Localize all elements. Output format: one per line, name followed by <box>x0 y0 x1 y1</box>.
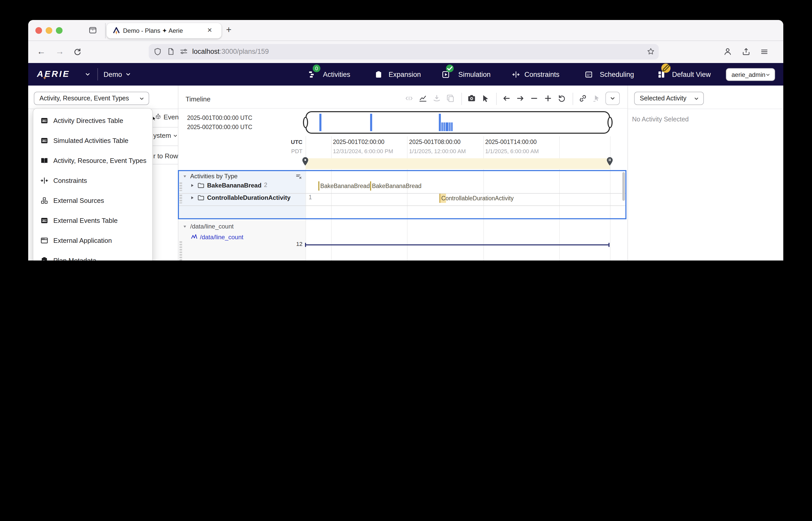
row-drag-handle[interactable] <box>179 241 182 260</box>
user-role-select[interactable]: aerie_admin <box>726 68 775 81</box>
timeline-scrollbar[interactable] <box>622 172 625 201</box>
menu-item-constraints[interactable]: Constraints <box>33 171 152 190</box>
row-drag-handle[interactable] <box>179 194 182 203</box>
nav-item-constraints[interactable]: Constraints <box>524 71 559 78</box>
account-icon[interactable] <box>723 47 732 56</box>
menu-item-label: Constraints <box>53 177 87 184</box>
tab-divider <box>105 23 106 39</box>
new-tab-icon[interactable]: + <box>226 25 232 35</box>
minimize-window-button[interactable] <box>46 27 52 34</box>
nav-item-activities[interactable]: Activities <box>323 71 350 78</box>
minus-icon[interactable] <box>530 94 538 103</box>
permissions-toggles-icon[interactable] <box>180 48 188 55</box>
timeline-header-divider <box>178 108 628 109</box>
chart-pen-icon[interactable] <box>419 94 427 103</box>
filter-clear-icon[interactable] <box>295 173 303 180</box>
forward-icon[interactable]: → <box>56 47 64 57</box>
minimap-right-handle[interactable] <box>608 117 613 128</box>
menu-item-activity-resource-event-types[interactable]: Activity, Resource, Event Types <box>33 151 152 171</box>
menu-item-simulated-activities-table[interactable]: Simulated Activities Table <box>33 131 152 151</box>
activity-bar-label[interactable]: BakeBananaBread <box>321 183 370 189</box>
menu-item-activity-directives-table[interactable]: Activity Directives Table <box>33 111 152 131</box>
right-panel-type-select[interactable]: Selected Activity <box>634 92 704 105</box>
caret-down-icon[interactable] <box>182 174 187 179</box>
menu-hamburger-icon[interactable] <box>760 48 768 56</box>
reload-icon[interactable] <box>73 48 82 56</box>
menu-item-label: Activity Directives Table <box>53 117 123 124</box>
minimap-activity-bar <box>370 114 372 131</box>
left-panel-type-select[interactable]: Activity, Resource, Event Types <box>34 92 149 105</box>
brand-chevron-down-icon[interactable] <box>85 71 91 77</box>
aerie-logo[interactable]: AERIE <box>37 69 70 80</box>
activity-bar-label[interactable]: ControllableDurationActivity <box>441 195 514 201</box>
activity-span[interactable] <box>319 181 320 190</box>
chevron-down-icon <box>610 95 616 101</box>
sidebar-icon[interactable] <box>89 26 97 34</box>
nav-item-scheduling[interactable]: Scheduling <box>600 71 634 78</box>
hidden-row-divider <box>153 164 178 164</box>
folder-icon <box>197 182 204 189</box>
linecount-layer-label[interactable]: /data/line_count <box>200 234 243 241</box>
close-window-button[interactable] <box>36 27 42 34</box>
axis-tick-utc: 2025-001T02:00:00 <box>333 139 385 145</box>
book-icon <box>41 157 48 164</box>
constraints-icon <box>512 71 520 78</box>
page-icon[interactable] <box>167 48 175 55</box>
nav-item-simulation[interactable]: Simulation <box>458 71 490 78</box>
activity-row-divider <box>179 205 626 206</box>
menu-item-label: External Application <box>53 237 112 244</box>
arrow-left-icon[interactable] <box>502 94 510 103</box>
activity-row-divider <box>179 193 626 194</box>
plan-chevron-down-icon[interactable] <box>125 71 131 77</box>
activities-section-title: Activities by Type <box>190 173 238 180</box>
plus-icon[interactable] <box>544 94 552 103</box>
undo-icon[interactable] <box>558 94 566 103</box>
camera-icon[interactable] <box>467 94 476 103</box>
menu-item-external-events-table[interactable]: External Events Table <box>33 210 152 230</box>
constraints-icon <box>41 177 48 184</box>
hidden-fragment-events: Even <box>163 113 179 121</box>
link-icon[interactable] <box>579 94 587 103</box>
activity-type-count: 2 <box>264 182 267 188</box>
caret-right-icon[interactable] <box>190 183 195 188</box>
minimap-left-handle[interactable] <box>303 117 308 128</box>
window-icon <box>41 237 48 244</box>
copy-icon <box>446 94 455 103</box>
toolbar-separator <box>573 93 573 105</box>
nav-item-default-view[interactable]: Default View <box>672 71 711 78</box>
cursor-icon[interactable] <box>481 94 489 103</box>
plan-name[interactable]: Demo <box>104 71 122 78</box>
plan-start-pin-icon[interactable] <box>302 157 309 166</box>
back-icon[interactable]: ← <box>37 47 46 57</box>
arrow-right-icon[interactable] <box>516 94 524 103</box>
folder-icon <box>197 194 204 201</box>
tab-close-icon[interactable]: ✕ <box>207 27 212 34</box>
activity-span[interactable] <box>370 181 371 190</box>
activity-type-name[interactable]: BakeBananaBread <box>207 182 261 189</box>
minimap-cluster-bar <box>443 122 445 131</box>
bookmark-star-icon[interactable] <box>647 48 655 55</box>
caret-right-icon[interactable] <box>190 195 195 200</box>
aerie-star-icon <box>43 75 48 82</box>
caret-down-icon[interactable] <box>182 224 187 229</box>
plot-end-tick <box>609 243 610 247</box>
plan-span-band <box>306 158 610 169</box>
minimap-activity-bar <box>439 114 441 131</box>
menu-item-plan-metadata[interactable]: Plan Metadata <box>33 250 152 260</box>
menu-item-external-application[interactable]: External Application <box>33 230 152 250</box>
nav-item-expansion[interactable]: Expansion <box>389 71 421 78</box>
user-role-value: aerie_admin <box>731 71 765 78</box>
activity-bar-label[interactable]: BakeBananaBread <box>372 183 421 189</box>
activity-type-name[interactable]: ControllableDurationActivity <box>207 194 290 201</box>
hidden-fragment-row: r to Row <box>153 152 178 160</box>
plan-end-pin-icon[interactable] <box>607 157 613 166</box>
timeline-minimap[interactable] <box>306 111 610 134</box>
shield-icon[interactable] <box>154 48 161 55</box>
zoom-window-button[interactable] <box>56 27 63 34</box>
line-chart-layer-icon <box>191 233 198 240</box>
share-icon[interactable] <box>742 47 750 56</box>
menu-item-external-sources[interactable]: External Sources <box>33 190 152 210</box>
row-drag-handle[interactable] <box>179 182 182 191</box>
default-view-edit-badge <box>661 64 671 73</box>
mouse-cursor <box>152 116 158 122</box>
